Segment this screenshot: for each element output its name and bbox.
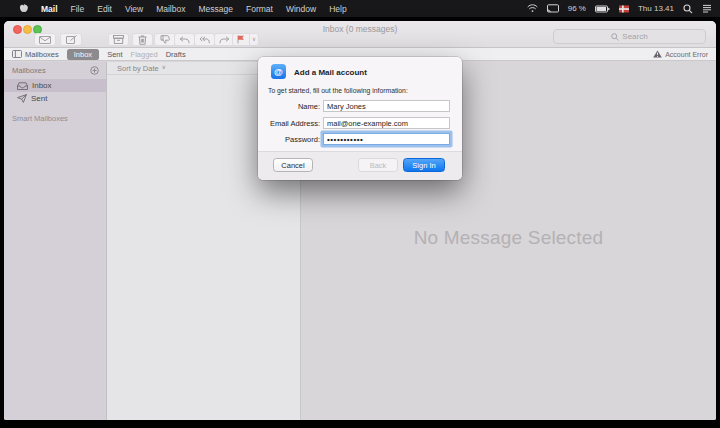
favorites-flagged[interactable]: Flagged xyxy=(131,50,158,59)
search-placeholder: Search xyxy=(622,32,647,41)
battery-percentage: 96 % xyxy=(568,4,586,13)
add-mailbox-icon[interactable] xyxy=(90,66,99,75)
battery-icon[interactable] xyxy=(595,5,610,13)
delete-button[interactable] xyxy=(132,33,153,46)
archive-icon xyxy=(113,35,124,44)
notification-center-icon[interactable] xyxy=(702,4,712,13)
menu-item-edit[interactable]: Edit xyxy=(97,4,112,14)
archive-button[interactable] xyxy=(108,33,129,46)
password-field[interactable] xyxy=(323,133,450,145)
compose-button[interactable] xyxy=(60,33,82,46)
add-mail-account-dialog: @ Add a Mail account To get started, fil… xyxy=(258,57,462,180)
menu-item-mailbox[interactable]: Mailbox xyxy=(156,4,185,14)
cancel-button[interactable]: Cancel xyxy=(273,158,313,172)
reply-all-icon xyxy=(199,36,210,44)
flag-menu-button[interactable]: ∨ xyxy=(249,33,259,46)
window-titlebar[interactable]: Inbox (0 messages) xyxy=(4,21,716,48)
empty-state-text: No Message Selected xyxy=(301,227,716,249)
dialog-footer: Cancel Back Sign In xyxy=(258,151,462,180)
menu-item-file[interactable]: File xyxy=(71,4,85,14)
at-symbol: @ xyxy=(274,67,283,77)
menu-bar: Mail File Edit View Mailbox Message Form… xyxy=(0,0,720,17)
mailbox-sidebar: Mailboxes Inbox Sent Smart Mailboxes xyxy=(4,62,107,420)
back-button[interactable]: Back xyxy=(358,158,398,172)
menu-clock[interactable]: Thu 13.41 xyxy=(638,4,674,13)
sidebar-header: Mailboxes xyxy=(12,66,46,75)
name-field[interactable] xyxy=(323,100,450,112)
flag-icon xyxy=(237,35,245,44)
reply-icon xyxy=(179,36,190,44)
menu-item-message[interactable]: Message xyxy=(198,4,233,14)
thumbs-down-icon xyxy=(160,35,170,44)
internet-account-icon: @ xyxy=(271,64,286,79)
favorites-drafts[interactable]: Drafts xyxy=(166,50,186,59)
search-icon xyxy=(611,33,619,41)
dialog-title: Add a Mail account xyxy=(294,68,367,77)
name-label: Name: xyxy=(258,102,320,111)
warning-triangle-icon xyxy=(653,50,662,58)
apple-menu-icon[interactable] xyxy=(19,3,28,14)
flag-button[interactable] xyxy=(232,33,250,46)
get-mail-button[interactable] xyxy=(34,33,56,46)
menu-item-window[interactable]: Window xyxy=(286,4,316,14)
favorites-mailboxes[interactable]: Mailboxes xyxy=(12,50,59,59)
chevron-down-icon: ∨ xyxy=(162,65,166,71)
menu-item-format[interactable]: Format xyxy=(246,4,273,14)
menu-item-help[interactable]: Help xyxy=(329,4,346,14)
reply-all-button[interactable] xyxy=(194,33,215,46)
menu-item-mail[interactable]: Mail xyxy=(41,4,58,14)
password-label: Password: xyxy=(258,135,320,144)
inbox-tray-icon xyxy=(17,82,28,90)
display-mirroring-icon[interactable] xyxy=(547,4,559,13)
email-field[interactable] xyxy=(323,117,450,129)
compose-icon xyxy=(66,35,77,44)
trash-icon xyxy=(138,35,147,45)
forward-icon xyxy=(219,36,230,44)
wifi-icon[interactable] xyxy=(527,4,538,13)
sidebar-panel-icon xyxy=(12,50,22,58)
search-input[interactable]: Search xyxy=(553,29,706,44)
favorites-inbox[interactable]: Inbox xyxy=(67,49,99,60)
account-error-button[interactable]: Account Error xyxy=(653,50,708,58)
dialog-subtitle: To get started, fill out the following i… xyxy=(268,87,408,94)
sidebar-item-inbox[interactable]: Inbox xyxy=(4,79,106,92)
spotlight-search-icon[interactable] xyxy=(683,4,693,14)
paper-plane-icon xyxy=(17,94,27,103)
envelope-icon xyxy=(39,36,51,44)
menu-item-view[interactable]: View xyxy=(125,4,143,14)
input-source-flag-icon[interactable] xyxy=(619,5,629,13)
sidebar-smart-mailboxes[interactable]: Smart Mailboxes xyxy=(4,114,106,123)
junk-button[interactable] xyxy=(154,33,176,46)
favorites-sent[interactable]: Sent xyxy=(107,50,122,59)
sidebar-item-sent[interactable]: Sent xyxy=(4,92,106,105)
chevron-down-icon: ∨ xyxy=(252,37,256,43)
reply-button[interactable] xyxy=(174,33,195,46)
sign-in-button[interactable]: Sign In xyxy=(403,158,445,172)
email-label: Email Address: xyxy=(258,119,320,128)
